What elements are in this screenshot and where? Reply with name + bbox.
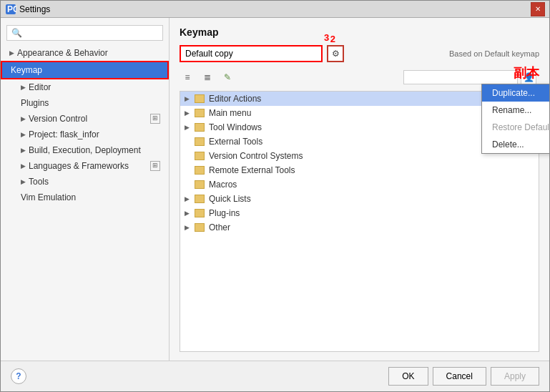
collapse-all-icon: ≣ [204, 72, 211, 82]
sidebar-item-keymap[interactable]: 1 Keymap [1, 61, 169, 79]
close-button[interactable]: ✕ [531, 2, 545, 16]
label-3: 3 [324, 32, 329, 43]
cancel-button[interactable]: Cancel [433, 367, 486, 386]
arrow-icon: ▶ [185, 124, 192, 131]
arrow-icon: ▶ [185, 195, 192, 202]
tree-item-label: Plug-ins [209, 208, 240, 218]
version-control-badge: ⊞ [150, 114, 160, 124]
gear-icon: ⚙ [332, 49, 340, 59]
search-icon: 🔍 [11, 28, 22, 38]
sidebar-item-label: Vim Emulation [21, 192, 76, 202]
sidebar-item-label: Appearance & Behavior [17, 48, 108, 58]
tree-item-other[interactable]: ▶ Other [180, 220, 539, 235]
tree-item-plug-ins[interactable]: ▶ Plug-ins [180, 206, 539, 220]
tree-item-quick-lists[interactable]: ▶ Quick Lists [180, 192, 539, 206]
main-content: 🔍 ▶ Appearance & Behavior 1 Keymap ▶ Edi… [1, 18, 549, 361]
collapse-all-button[interactable]: ≣ [200, 69, 215, 85]
folder-icon [195, 195, 205, 203]
sidebar-item-languages[interactable]: ▶ Languages & Frameworks ⊞ [1, 158, 169, 174]
annotation-fukuben: 副本 [514, 64, 539, 82]
dropdown-item-duplicate[interactable]: Duplicate... [482, 84, 549, 102]
sidebar-item-label: Version Control [29, 114, 87, 124]
title-bar: PC Settings ✕ [1, 1, 549, 18]
search-input[interactable] [25, 28, 158, 38]
rename-label: Rename... [492, 105, 531, 115]
folder-icon [195, 180, 205, 189]
tree-item-label: Main menu [209, 108, 251, 118]
sidebar-item-appearance[interactable]: ▶ Appearance & Behavior [1, 45, 169, 61]
folder-icon [195, 166, 205, 175]
sidebar-item-project[interactable]: ▶ Project: flask_infor [1, 127, 169, 142]
tree-item-macros[interactable]: ▶ Macros [180, 177, 539, 192]
sidebar: 🔍 ▶ Appearance & Behavior 1 Keymap ▶ Edi… [1, 18, 170, 361]
bottom-bar: ? OK Cancel Apply [1, 361, 549, 391]
arrow-icon: ▶ [21, 131, 26, 138]
sidebar-item-vim[interactable]: Vim Emulation [1, 190, 169, 205]
sidebar-item-label: Plugins [21, 98, 49, 108]
arrow-icon: ▶ [21, 84, 26, 91]
svg-text:PC: PC [7, 4, 16, 14]
tree-item-label: Tool Windows [209, 122, 262, 132]
arrow-icon: ▶ [21, 178, 26, 185]
sidebar-item-label: Tools [29, 177, 49, 187]
edit-icon: ✎ [224, 72, 231, 82]
arrow-icon: ▶ [21, 162, 26, 170]
delete-label: Delete... [492, 139, 524, 150]
arrow-icon: ▶ [185, 210, 192, 217]
ok-button[interactable]: OK [388, 367, 428, 386]
keymap-select[interactable]: Default copy 2 [180, 45, 323, 62]
tree-item-label: Quick Lists [209, 194, 251, 204]
keymap-value: Default copy [185, 49, 233, 59]
arrow-icon: ▶ [185, 224, 192, 231]
sidebar-item-version-control[interactable]: ▶ Version Control ⊞ [1, 111, 169, 127]
restore-label: Restore Defaults... [492, 122, 549, 132]
languages-badge: ⊞ [150, 161, 160, 171]
dropdown-item-rename[interactable]: Rename... [482, 102, 549, 119]
tree-item-label: External Tools [209, 137, 262, 147]
gear-dropdown: Duplicate... Rename... Restore Defaults.… [481, 84, 549, 154]
folder-icon [195, 209, 205, 217]
expand-all-button[interactable]: ≡ [180, 69, 195, 85]
tree-item-remote-external[interactable]: ▶ Remote External Tools [180, 163, 539, 177]
folder-icon [195, 137, 205, 146]
sidebar-item-label: Languages & Frameworks [29, 161, 129, 171]
sidebar-item-editor[interactable]: ▶ Editor [1, 79, 169, 95]
dialog-buttons: OK Cancel Apply [388, 367, 539, 386]
sidebar-item-label: Editor [29, 82, 51, 92]
folder-icon [195, 94, 205, 103]
folder-icon [195, 152, 205, 160]
apply-button[interactable]: Apply [491, 367, 539, 386]
based-on-label: Based on Default keymap [449, 49, 539, 58]
sidebar-item-label: Keymap [11, 65, 42, 75]
sidebar-item-label: Build, Execution, Deployment [29, 145, 141, 155]
sidebar-item-build[interactable]: ▶ Build, Execution, Deployment [1, 142, 169, 158]
main-panel: Keymap Default copy 2 3 ⚙ Based on Defau… [170, 18, 549, 361]
label-2: 2 [330, 34, 335, 44]
help-icon: ? [16, 371, 21, 381]
expand-all-icon: ≡ [185, 72, 190, 82]
gear-button[interactable]: ⚙ [327, 45, 344, 62]
tree-item-label: Macros [209, 180, 237, 190]
arrow-icon: ▶ [21, 147, 26, 154]
tree-search-input[interactable] [403, 70, 518, 84]
help-button[interactable]: ? [11, 368, 26, 384]
tree-item-label: Editor Actions [209, 94, 261, 104]
folder-icon [195, 223, 205, 232]
sidebar-item-plugins[interactable]: Plugins [1, 95, 169, 111]
tree-item-label: Remote External Tools [209, 165, 295, 175]
tree-item-label: Other [209, 222, 230, 232]
arrow-icon: ▶ [185, 109, 192, 117]
dropdown-item-restore: Restore Defaults... [482, 119, 549, 136]
keymap-header: Default copy 2 3 ⚙ Based on Default keym… [180, 45, 539, 62]
duplicate-label: Duplicate... [492, 88, 535, 98]
window-title: Settings [19, 4, 531, 14]
tree-item-label: Version Control Systems [209, 151, 303, 161]
sidebar-item-tools[interactable]: ▶ Tools [1, 174, 169, 190]
settings-window: PC Settings ✕ 🔍 ▶ Appearance & Behavior … [0, 0, 550, 392]
dropdown-item-delete[interactable]: Delete... [482, 136, 549, 153]
edit-button[interactable]: ✎ [220, 69, 235, 85]
sidebar-item-label: Project: flask_infor [29, 129, 99, 139]
folder-icon [195, 109, 205, 117]
folder-icon [195, 123, 205, 132]
search-box[interactable]: 🔍 [6, 25, 163, 41]
